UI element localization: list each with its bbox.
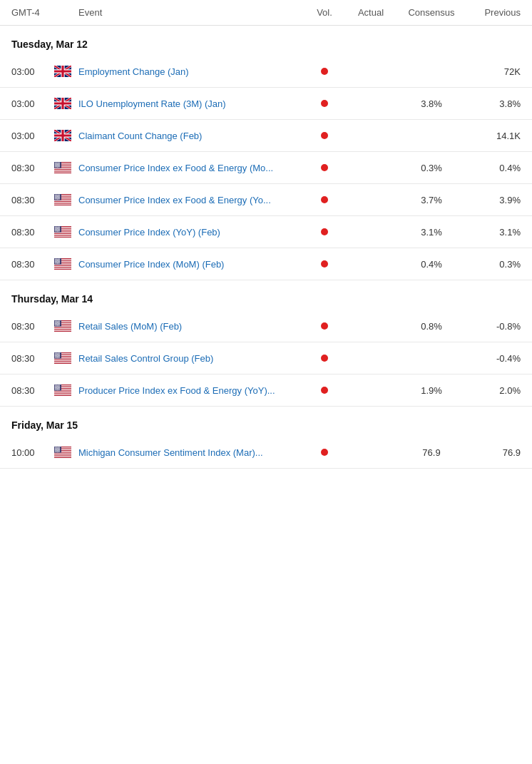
event-vol xyxy=(307,322,342,330)
event-flag-uk xyxy=(54,66,78,77)
event-previous: 72K xyxy=(464,66,521,77)
event-name[interactable]: Consumer Price Index ex Food & Energy (Y… xyxy=(78,195,307,205)
event-consensus: 3.1% xyxy=(399,227,464,238)
event-previous: -0.8% xyxy=(464,321,521,332)
header-vol: Vol. xyxy=(307,7,342,18)
section-header-friday-mar-15: Friday, Mar 15 xyxy=(0,407,532,437)
event-flag-us xyxy=(54,194,78,205)
event-flag-us xyxy=(54,258,78,270)
event-name[interactable]: Producer Price Index ex Food & Energy (Y… xyxy=(78,385,307,396)
volatility-dot xyxy=(321,164,328,171)
volatility-dot xyxy=(321,355,328,362)
event-vol xyxy=(307,68,342,75)
event-name[interactable]: Michigan Consumer Sentiment Index (Mar).… xyxy=(78,447,307,458)
table-row: 08:30Retail Sales (MoM) (Feb)0.8%-0.8% xyxy=(0,310,532,342)
table-row: 10:00Michigan Consumer Sentiment Index (… xyxy=(0,437,532,469)
section-header-thursday-mar-14: Thursday, Mar 14 xyxy=(0,280,532,310)
event-consensus: 0.3% xyxy=(399,163,464,173)
event-time: 08:30 xyxy=(11,259,54,270)
event-time: 08:30 xyxy=(11,385,54,396)
event-consensus: 3.8% xyxy=(399,98,464,109)
event-name[interactable]: Employment Change (Jan) xyxy=(78,66,307,77)
event-flag-uk xyxy=(54,130,78,141)
event-vol xyxy=(307,260,342,268)
event-name[interactable]: ILO Unemployment Rate (3M) (Jan) xyxy=(78,98,307,109)
event-time: 08:30 xyxy=(11,353,54,364)
header-previous: Previous xyxy=(464,7,521,18)
volatility-dot xyxy=(321,68,328,75)
event-consensus: 3.7% xyxy=(399,195,464,205)
table-row: 03:00Employment Change (Jan)72K xyxy=(0,56,532,88)
event-flag-us xyxy=(54,447,78,458)
event-name[interactable]: Consumer Price Index ex Food & Energy (M… xyxy=(78,163,307,173)
event-time: 08:30 xyxy=(11,321,54,332)
header-event: Event xyxy=(78,7,307,18)
event-consensus: 0.8% xyxy=(399,321,464,332)
event-previous: 0.4% xyxy=(464,163,521,173)
event-vol xyxy=(307,100,342,107)
event-previous: 3.1% xyxy=(464,227,521,238)
event-previous: -0.4% xyxy=(464,353,521,364)
event-previous: 0.3% xyxy=(464,259,521,270)
event-flag-us xyxy=(54,226,78,238)
event-time: 03:00 xyxy=(11,131,54,141)
header-consensus: Consensus xyxy=(399,7,464,18)
table-row: 08:30Consumer Price Index (MoM) (Feb)0.4… xyxy=(0,248,532,280)
table-row: 08:30Producer Price Index ex Food & Ener… xyxy=(0,375,532,407)
event-time: 08:30 xyxy=(11,227,54,238)
table-row: 08:30Retail Sales Control Group (Feb)-0.… xyxy=(0,342,532,375)
header-actual: Actual xyxy=(342,7,399,18)
volatility-dot xyxy=(321,228,328,235)
event-name[interactable]: Consumer Price Index (MoM) (Feb) xyxy=(78,259,307,270)
event-name[interactable]: Claimant Count Change (Feb) xyxy=(78,131,307,141)
event-flag-us xyxy=(54,320,78,332)
event-previous: 2.0% xyxy=(464,385,521,396)
volatility-dot xyxy=(321,260,328,268)
table-row: 08:30Consumer Price Index ex Food & Ener… xyxy=(0,152,532,184)
volatility-dot xyxy=(321,196,328,203)
event-name[interactable]: Retail Sales Control Group (Feb) xyxy=(78,353,307,364)
main-content: Tuesday, Mar 1203:00Employment Change (J… xyxy=(0,26,532,469)
event-vol xyxy=(307,132,342,139)
volatility-dot xyxy=(321,387,328,394)
section-header-tuesday-mar-12: Tuesday, Mar 12 xyxy=(0,26,532,56)
event-flag-us xyxy=(54,162,78,173)
event-consensus: 76.9 xyxy=(399,447,464,458)
table-row: 03:00Claimant Count Change (Feb)14.1K xyxy=(0,120,532,152)
event-flag-us xyxy=(54,352,78,364)
event-previous: 76.9 xyxy=(464,447,521,458)
event-name[interactable]: Retail Sales (MoM) (Feb) xyxy=(78,321,307,332)
event-vol xyxy=(307,387,342,394)
table-header: GMT-4 Event Vol. Actual Consensus Previo… xyxy=(0,0,532,26)
volatility-dot xyxy=(321,322,328,330)
event-vol xyxy=(307,228,342,235)
event-name[interactable]: Consumer Price Index (YoY) (Feb) xyxy=(78,227,307,238)
event-consensus: 0.4% xyxy=(399,259,464,270)
event-vol xyxy=(307,449,342,456)
event-time: 08:30 xyxy=(11,195,54,205)
event-previous: 3.8% xyxy=(464,98,521,109)
event-time: 03:00 xyxy=(11,66,54,77)
event-consensus: 1.9% xyxy=(399,385,464,396)
event-flag-uk xyxy=(54,98,78,109)
volatility-dot xyxy=(321,449,328,456)
event-time: 03:00 xyxy=(11,98,54,109)
event-vol xyxy=(307,164,342,171)
event-previous: 3.9% xyxy=(464,195,521,205)
header-timezone: GMT-4 xyxy=(11,7,54,18)
event-flag-us xyxy=(54,384,78,396)
event-previous: 14.1K xyxy=(464,131,521,141)
volatility-dot xyxy=(321,132,328,139)
table-row: 03:00ILO Unemployment Rate (3M) (Jan)3.8… xyxy=(0,88,532,120)
volatility-dot xyxy=(321,100,328,107)
event-vol xyxy=(307,196,342,203)
event-time: 08:30 xyxy=(11,163,54,173)
event-vol xyxy=(307,355,342,362)
table-row: 08:30Consumer Price Index ex Food & Ener… xyxy=(0,184,532,216)
table-row: 08:30Consumer Price Index (YoY) (Feb)3.1… xyxy=(0,216,532,248)
event-time: 10:00 xyxy=(11,447,54,458)
